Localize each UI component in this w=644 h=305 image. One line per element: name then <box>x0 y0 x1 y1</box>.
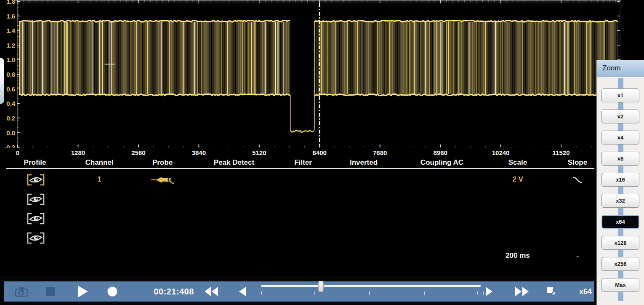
svg-text:0.4: 0.4 <box>6 100 16 107</box>
play-icon <box>77 285 89 298</box>
x-axis-tick-label: 3840 <box>192 149 206 156</box>
column-header-profile: Profile <box>24 158 46 167</box>
zoom-panel-title: Zoom <box>597 60 644 77</box>
svg-text:0.0: 0.0 <box>6 129 15 136</box>
fit-view-button[interactable] <box>546 281 557 302</box>
profile-visibility-toggle[interactable] <box>27 193 45 205</box>
seek-slider[interactable] <box>261 285 481 287</box>
rewind-button[interactable] <box>204 281 219 302</box>
x-axis-tick-label: 6400 <box>313 149 327 156</box>
rewind-icon <box>204 286 219 297</box>
column-header-filter: Filter <box>294 158 312 167</box>
record-button[interactable] <box>107 281 118 302</box>
header-divider <box>6 168 594 169</box>
previous-frame-icon <box>238 286 247 297</box>
next-frame-icon <box>485 286 493 297</box>
svg-text:1.0: 1.0 <box>6 56 15 63</box>
svg-text:0.8: 0.8 <box>6 71 15 78</box>
waveform-chart[interactable]: -0.20.00.20.40.60.81.01.21.41.61.8012802… <box>0 0 644 158</box>
column-header-probe: Probe <box>152 158 173 167</box>
channel-scale[interactable]: 2 V <box>512 175 523 184</box>
zoom-option-x1[interactable]: x1 <box>601 88 639 102</box>
zoom-option-max[interactable]: Max <box>601 278 639 292</box>
slope-button[interactable] <box>572 176 583 185</box>
zoom-panel: Zoom x1x2x4x8x16x32x64x128x256Max <box>596 60 644 305</box>
seek-tick <box>261 292 262 295</box>
record-icon <box>107 286 118 297</box>
zoom-option-x64[interactable]: x64 <box>601 215 639 229</box>
column-header-slope: Slope <box>568 158 587 167</box>
stop-button[interactable] <box>45 281 56 302</box>
seek-slider-thumb[interactable] <box>318 281 324 292</box>
svg-text:0.6: 0.6 <box>6 86 15 93</box>
waveform-plot[interactable]: -0.20.00.20.40.60.81.01.21.41.61.8012802… <box>0 0 644 158</box>
play-button[interactable] <box>77 281 89 302</box>
x-axis-tick-label: 2560 <box>131 149 145 156</box>
zoom-option-x16[interactable]: x16 <box>601 173 639 187</box>
eye-icon <box>27 232 45 244</box>
svg-text:1.6: 1.6 <box>6 13 15 20</box>
zoom-option-x256[interactable]: x256 <box>601 257 639 271</box>
profile-visibility-toggle[interactable] <box>27 174 45 186</box>
x-axis-tick-label: 10240 <box>492 149 510 156</box>
x-axis-tick-label: 7680 <box>373 149 387 156</box>
playback-toolbar-bar: 00:21:408 <box>4 281 594 302</box>
svg-text:1.4: 1.4 <box>6 27 16 34</box>
eye-icon <box>27 213 45 225</box>
svg-text:0.2: 0.2 <box>6 115 15 122</box>
time-display: 00:21:408 <box>146 281 201 302</box>
svg-text:1.8: 1.8 <box>6 0 15 5</box>
fast-forward-button[interactable] <box>514 281 530 302</box>
column-header-coupling-ac: Coupling AC <box>420 158 463 167</box>
x-axis-tick-label: 11520 <box>553 149 570 156</box>
probe-button[interactable] <box>150 174 175 187</box>
seek-tick <box>424 292 425 295</box>
zoom-option-x2[interactable]: x2 <box>601 110 639 123</box>
svg-text:1.2: 1.2 <box>6 42 15 49</box>
camera-icon <box>14 286 29 297</box>
probe-icon <box>150 174 175 185</box>
eye-icon <box>27 174 45 186</box>
seek-tick <box>314 292 315 295</box>
x-axis-tick-label: 8960 <box>433 149 447 156</box>
toolbar-zoom-indicator: x64 <box>576 281 595 302</box>
fast-forward-icon <box>514 286 530 297</box>
falling-edge-icon <box>572 176 583 184</box>
channel-number[interactable]: 1 <box>97 175 101 184</box>
resize-corner-icon <box>546 286 557 297</box>
x-axis-tick-label: 1280 <box>71 149 85 156</box>
seek-tick <box>477 292 478 295</box>
seek-tick <box>369 292 370 295</box>
profile-visibility-toggle[interactable] <box>27 213 45 225</box>
timebase-scale[interactable]: 200 ms <box>506 251 530 260</box>
zoom-option-x128[interactable]: x128 <box>601 236 639 250</box>
x-axis-tick-label: 0 <box>16 149 19 156</box>
step-back-button[interactable] <box>238 281 247 302</box>
channel-table: ProfileChannelProbePeak DetectFilterInve… <box>0 158 596 276</box>
playback-toolbar: 00:21:408 <box>0 276 596 305</box>
x-axis-tick-label: 5120 <box>252 149 266 156</box>
profile-visibility-toggle[interactable] <box>27 232 45 244</box>
column-header-inverted: Inverted <box>350 158 378 167</box>
column-header-channel: Channel <box>85 158 113 167</box>
column-header-scale: Scale <box>508 158 527 167</box>
zoom-option-x4[interactable]: x4 <box>601 131 639 144</box>
left-edge-handle[interactable] <box>0 58 4 104</box>
stop-icon <box>45 286 56 297</box>
seek-tick <box>483 292 484 295</box>
timebase-slope: - <box>576 251 579 260</box>
column-header-peak-detect: Peak Detect <box>214 158 254 167</box>
eye-icon <box>27 193 45 205</box>
zoom-option-x32[interactable]: x32 <box>601 194 639 208</box>
zoom-option-x8[interactable]: x8 <box>601 152 639 166</box>
snapshot-button[interactable] <box>14 281 29 302</box>
step-forward-button[interactable] <box>485 281 493 302</box>
